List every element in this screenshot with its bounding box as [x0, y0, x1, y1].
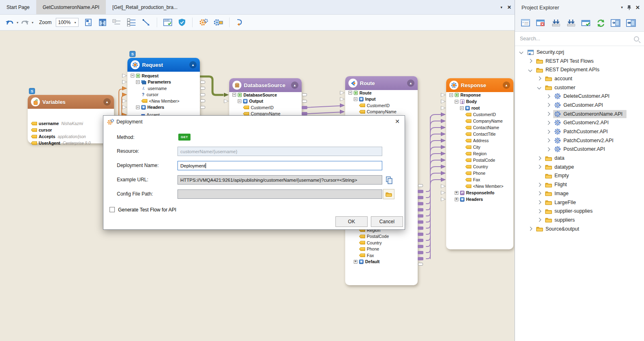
white-in-port[interactable]: [122, 105, 127, 109]
flow-order-button[interactable]: [234, 18, 246, 27]
tree-item-customer[interactable]: customer: [515, 83, 644, 92]
expander-icon[interactable]: −: [136, 106, 140, 109]
document-tab-1[interactable]: GetCustomeronName.API: [36, 0, 106, 14]
link-tool-button[interactable]: [140, 18, 152, 27]
out-port[interactable]: [200, 99, 205, 102]
out-port[interactable]: [418, 263, 423, 266]
white-in-port[interactable]: [340, 91, 345, 95]
out-port[interactable]: [418, 184, 423, 187]
tree-item-flight[interactable]: Flight: [515, 180, 644, 189]
tree-item-account[interactable]: account: [515, 74, 644, 83]
tree-row-phone[interactable]: Phone: [345, 246, 418, 253]
purple-in-port[interactable]: [441, 119, 446, 123]
get-latest-all-icon[interactable]: [565, 18, 577, 28]
expander-icon[interactable]: −: [232, 93, 236, 97]
expander-icon[interactable]: −: [449, 93, 453, 97]
expander-icon[interactable]: −: [455, 100, 458, 103]
out-port-connected[interactable]: [418, 251, 423, 254]
out-port-connected[interactable]: [418, 239, 423, 242]
refresh-icon[interactable]: [595, 18, 607, 28]
tree-item-rest-deployment-apis[interactable]: REST Deployment APIs: [515, 65, 644, 74]
tree-row-country[interactable]: Country: [446, 163, 513, 170]
tree-row-companyname[interactable]: CompanyName: [345, 109, 418, 115]
tree-item-empty[interactable]: Empty: [515, 172, 644, 180]
tree-row-fax[interactable]: Fax: [345, 252, 418, 259]
close-project-icon[interactable]: [535, 18, 547, 28]
purple-in-port[interactable]: [340, 103, 345, 108]
expander-icon[interactable]: +: [354, 260, 357, 264]
expander-chevron-icon[interactable]: [537, 77, 541, 81]
tree-row-headers[interactable]: +∗Headers: [446, 196, 513, 202]
resource-input[interactable]: customerName/{username}: [177, 147, 382, 156]
redo-chevron-down-icon[interactable]: ▾: [32, 21, 33, 24]
tree-row-customerid[interactable]: CustomerID: [229, 104, 302, 111]
tree-row-country[interactable]: Country: [345, 240, 418, 246]
node-header-request[interactable]: Request▲: [127, 58, 200, 72]
out-port-connected[interactable]: [418, 257, 423, 260]
redo-button[interactable]: [19, 18, 31, 27]
out-port-connected[interactable]: [418, 190, 423, 193]
undo-button[interactable]: [4, 18, 15, 27]
node-response[interactable]: Response▲−Response−{}Body−∗rootCustomerI…: [446, 78, 513, 249]
tree-row-accepts[interactable]: Acceptsapplication/json: [28, 133, 114, 140]
example-url-input[interactable]: HTTPS://VMQA421:9261/api/publishing/cust…: [177, 175, 382, 185]
tree-item-patchcustomer-api[interactable]: PatchCustomer.API: [515, 127, 644, 136]
tree-row-phone[interactable]: Phone: [446, 170, 513, 176]
out-port-connected[interactable]: [302, 106, 307, 109]
cancel-button[interactable]: Cancel: [371, 216, 403, 227]
tree-row-username[interactable]: usernameNishaKazmi: [28, 120, 114, 127]
expander-icon[interactable]: −: [460, 106, 464, 110]
zoom-select[interactable]: 100% ▾: [56, 18, 79, 27]
expander-chevron-icon[interactable]: [546, 103, 550, 107]
out-port-connected[interactable]: [418, 214, 423, 218]
out-port-connected[interactable]: [418, 245, 423, 248]
tree-row-city[interactable]: City: [446, 144, 513, 150]
out-port-connected[interactable]: [418, 220, 423, 224]
expander-icon[interactable]: +: [455, 198, 458, 201]
tree-item-postcustomer-api[interactable]: PostCustomer.API: [515, 145, 644, 154]
tree-item-getcustomeronname-api[interactable]: GetCustomeronName.API: [515, 110, 644, 119]
out-port[interactable]: [200, 81, 205, 84]
white-in-port[interactable]: [441, 99, 446, 103]
expander-chevron-icon[interactable]: [537, 86, 541, 90]
white-in-port[interactable]: [441, 106, 446, 110]
tree-row-useragent[interactable]: UserAgentCenterprise 9.0: [28, 140, 114, 146]
tree-row--new-member-[interactable]: <New Member>: [446, 183, 513, 189]
node-header-database-source[interactable]: DatabaseSource▲: [229, 78, 302, 92]
white-in-port[interactable]: [441, 184, 446, 188]
tree-item-data[interactable]: data: [515, 154, 644, 163]
tree-item-getcustomer-api[interactable]: GetCustomer.API: [515, 101, 644, 110]
purple-in-port[interactable]: [441, 171, 446, 175]
tree-row-cursor[interactable]: cursor: [28, 127, 114, 133]
tree-item-image[interactable]: Image: [515, 189, 644, 198]
tree-row-parameters[interactable]: −Parameters: [127, 79, 200, 86]
tree-item-source-output[interactable]: Source&output: [515, 224, 644, 233]
chevron-down-icon[interactable]: ▾: [621, 5, 623, 9]
out-port-connected[interactable]: [418, 227, 423, 230]
tree-row-input[interactable]: −∗Input: [345, 96, 418, 103]
node-header-response[interactable]: Response▲: [446, 78, 513, 92]
out-port-connected[interactable]: [418, 233, 423, 236]
tree-item-suppliers[interactable]: suppliers: [515, 216, 644, 224]
expander-chevron-icon[interactable]: [546, 94, 550, 98]
check-in-icon[interactable]: [580, 18, 592, 28]
verify-shield-button[interactable]: [177, 18, 187, 27]
tree-row-customerid[interactable]: CustomerID: [345, 102, 418, 109]
purple-in-port[interactable]: [441, 165, 446, 169]
tab-list-chevron-down-icon[interactable]: ▾: [500, 5, 502, 9]
tree-row-headers[interactable]: −∗Headers: [127, 104, 200, 111]
expander-chevron-icon[interactable]: [537, 156, 541, 160]
config-path-input[interactable]: [177, 189, 382, 199]
layout-button[interactable]: [83, 18, 95, 27]
expander-icon[interactable]: −: [131, 74, 134, 77]
collapse-node-icon[interactable]: ▲: [291, 81, 298, 89]
browse-folder-icon[interactable]: [383, 189, 394, 199]
expander-chevron-icon[interactable]: [528, 68, 532, 72]
tree-item-security-cprj[interactable]: Security.cprj: [515, 48, 644, 57]
collapse-node-icon[interactable]: ▲: [503, 81, 510, 89]
expander-chevron-icon[interactable]: [546, 139, 550, 143]
tree-item-patchcustomerv2-api[interactable]: PatchCustomerv2.API: [515, 136, 644, 145]
undo-chevron-down-icon[interactable]: ▾: [17, 21, 18, 24]
white-in-port[interactable]: [441, 191, 446, 195]
tree-item-datatype[interactable]: datatype: [515, 163, 644, 172]
